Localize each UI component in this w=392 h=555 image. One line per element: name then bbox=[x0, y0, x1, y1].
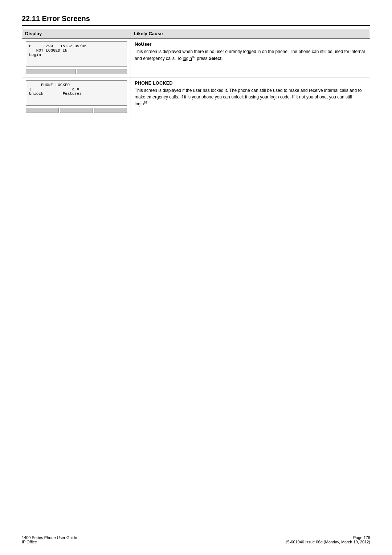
footer-brand: IP Office bbox=[22, 540, 77, 544]
cause-title-no-user: NoUser bbox=[135, 41, 366, 47]
softkey-locked-3 bbox=[94, 108, 127, 113]
cause-title-locked: PHONE LOCKED bbox=[135, 80, 366, 86]
display-line-1: B 299 15:32 09/06 bbox=[29, 44, 124, 48]
footer-issue: 15-601040 Issue 06d (Monday, March 19, 2… bbox=[285, 540, 370, 544]
display-locked-line1: PHONE LOCKED bbox=[29, 83, 124, 87]
cause-text-no-user: This screen is displayed when there is n… bbox=[135, 48, 366, 62]
footer-left: 1400 Series Phone User Guide IP Office bbox=[22, 535, 77, 544]
section-title: 22.11 Error Screens bbox=[22, 15, 370, 26]
softkey-2 bbox=[77, 69, 127, 74]
page-footer: 1400 Series Phone User Guide IP Office P… bbox=[22, 533, 370, 544]
col-header-cause: Likely Cause bbox=[131, 29, 370, 39]
table-header-row: Display Likely Cause bbox=[22, 29, 370, 39]
cause-cell-phone-locked: PHONE LOCKED This screen is displayed if… bbox=[131, 77, 370, 116]
display-line-2: NOT LOGGED IN bbox=[29, 48, 124, 53]
footer-page: Page 176 bbox=[285, 535, 370, 540]
login-link-1[interactable]: login bbox=[183, 56, 192, 61]
display-locked-line3: Unlock Features bbox=[29, 92, 124, 96]
login-ref-1: 87 bbox=[192, 55, 196, 59]
softkey-locked-2 bbox=[60, 108, 93, 113]
table-row: B 299 15:32 09/06 NOT LOGGED IN Login No… bbox=[22, 39, 370, 77]
phone-display-no-user: B 299 15:32 09/06 NOT LOGGED IN Login bbox=[26, 41, 127, 67]
display-line-3: Login bbox=[29, 53, 124, 57]
table-row: PHONE LOCKED ↓ a = Unlock Features PHONE… bbox=[22, 77, 370, 116]
softkey-1 bbox=[26, 69, 76, 74]
cause-cell-no-user: NoUser This screen is displayed when the… bbox=[131, 39, 370, 77]
cause-text-locked: This screen is displayed if the user has… bbox=[135, 87, 366, 107]
softkey-row-locked bbox=[26, 108, 127, 113]
softkey-locked-1 bbox=[26, 108, 59, 113]
display-locked-line2: ↓ a = bbox=[29, 87, 124, 92]
error-table: Display Likely Cause B 299 15:32 09/06 N… bbox=[22, 29, 370, 116]
col-header-display: Display bbox=[22, 29, 131, 39]
footer-right: Page 176 15-601040 Issue 06d (Monday, Ma… bbox=[285, 535, 370, 544]
login-ref-2: 87 bbox=[144, 101, 147, 104]
footer-product: 1400 Series Phone User Guide bbox=[22, 535, 77, 540]
page-container: 22.11 Error Screens Display Likely Cause… bbox=[0, 0, 392, 555]
softkey-row-no-user bbox=[26, 69, 127, 74]
phone-display-locked: PHONE LOCKED ↓ a = Unlock Features bbox=[26, 80, 127, 106]
display-cell-no-user: B 299 15:32 09/06 NOT LOGGED IN Login bbox=[22, 39, 131, 77]
select-bold: Select bbox=[209, 56, 221, 61]
display-cell-phone-locked: PHONE LOCKED ↓ a = Unlock Features bbox=[22, 77, 131, 116]
login-link-2[interactable]: login bbox=[135, 101, 144, 106]
